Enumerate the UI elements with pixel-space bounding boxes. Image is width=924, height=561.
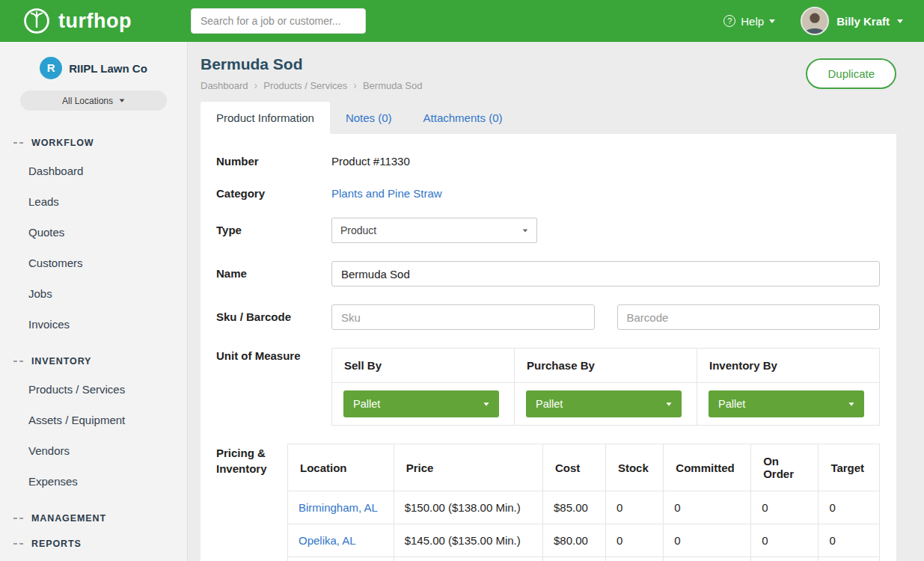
breadcrumb-current: Bermuda Sod (363, 80, 423, 91)
pricing-column-target: Target (819, 444, 880, 491)
committed-cell: 0 (664, 524, 751, 557)
chevron-down-icon (897, 19, 903, 23)
unit-of-measure-row: Unit of Measure Sell By Purchase By Inve… (216, 348, 880, 426)
breadcrumb: Dashboard › Products / Services › Bermud… (201, 79, 422, 91)
search-input[interactable] (191, 8, 366, 34)
uom-column-inventory-by: Inventory By (697, 349, 880, 383)
stock-cell: 0 (605, 491, 663, 524)
section-label: INVENTORY (31, 356, 91, 367)
unit-of-measure-label: Unit of Measure (216, 348, 331, 362)
sidebar-item-leads[interactable]: Leads (0, 186, 187, 217)
sidebar-nav: WORKFLOW Dashboard Leads Quotes Customer… (0, 130, 187, 557)
pricing-inventory-table: Location Price Cost Stock Committed On O… (287, 444, 880, 561)
purchase-by-dropdown[interactable]: Pallet (526, 390, 682, 417)
section-label: MANAGEMENT (31, 513, 106, 524)
number-label: Number (216, 153, 331, 168)
section-label: WORKFLOW (31, 138, 94, 148)
locations-label: All Locations (62, 96, 113, 106)
category-label: Category (216, 186, 331, 200)
barcode-input[interactable] (617, 304, 881, 330)
sidebar-item-quotes[interactable]: Quotes (0, 217, 187, 248)
target-cell: 0 (819, 491, 880, 524)
sidebar-item-jobs[interactable]: Jobs (0, 278, 187, 309)
on-order-cell: 0 (751, 491, 819, 524)
breadcrumb-dashboard[interactable]: Dashboard (201, 80, 248, 91)
tab-notes[interactable]: Notes (0) (330, 102, 408, 134)
uom-column-purchase-by: Purchase By (515, 349, 697, 383)
price-cell: $150.00 ($138.00 Min.) (394, 491, 542, 524)
company-name: RIIPL Lawn Co (69, 62, 147, 75)
pricing-column-on-order: On Order (751, 444, 819, 491)
sku-barcode-row: Sku / Barcode (216, 304, 880, 330)
on-order-cell: 0 (751, 524, 819, 557)
chevron-down-icon (666, 402, 671, 406)
sidebar: R RIIPL Lawn Co All Locations WORKFLOW D… (0, 42, 188, 561)
pricing-inventory-label: Pricing & Inventory (216, 444, 287, 476)
brand[interactable]: turfhop (22, 7, 191, 35)
help-menu[interactable]: ? Help (723, 15, 775, 28)
name-input[interactable] (331, 261, 880, 286)
sell-by-dropdown[interactable]: Pallet (343, 390, 499, 417)
sidebar-item-assets-equipment[interactable]: Assets / Equipment (0, 405, 187, 435)
sidebar-item-dashboard[interactable]: Dashboard (0, 156, 187, 186)
sell-by-value: Pallet (353, 398, 380, 410)
inventory-by-dropdown[interactable]: Pallet (709, 390, 864, 417)
name-label: Name (216, 261, 331, 280)
turfhop-logo-icon (22, 7, 51, 35)
tab-product-information[interactable]: Product Information (201, 102, 330, 134)
section-dash-icon (13, 518, 23, 519)
help-icon: ? (723, 15, 735, 27)
pricing-row: Birmingham, AL $150.00 ($138.00 Min.) $8… (288, 491, 880, 524)
user-name: Billy Kraft (836, 15, 890, 28)
location-link[interactable]: Birmingham, AL (299, 501, 378, 514)
chevron-down-icon (523, 229, 527, 232)
sidebar-item-vendors[interactable]: Vendors (0, 435, 187, 466)
locations-dropdown[interactable]: All Locations (20, 91, 167, 111)
breadcrumb-products-services[interactable]: Products / Services (263, 80, 347, 91)
sku-input[interactable] (331, 304, 595, 330)
pricing-column-stock: Stock (605, 444, 663, 491)
type-row: Type Product (216, 218, 880, 243)
price-cell: $145.00 ($135.00 Min.) (394, 524, 542, 557)
category-row: Category Plants and Pine Straw (216, 186, 880, 200)
stock-cell: 0 (605, 524, 663, 557)
type-select[interactable]: Product (331, 218, 537, 243)
page-header: Bermuda Sod Dashboard › Products / Servi… (201, 55, 896, 91)
category-link[interactable]: Plants and Pine Straw (331, 186, 880, 200)
sidebar-section-inventory[interactable]: INVENTORY (0, 349, 187, 374)
chevron-right-icon: › (353, 79, 357, 91)
chevron-down-icon (120, 99, 125, 102)
uom-column-sell-by: Sell By (332, 349, 515, 383)
sidebar-item-products-services[interactable]: Products / Services (0, 374, 187, 405)
location-link[interactable]: Opelika, AL (299, 534, 356, 547)
product-information-panel: Number Product #11330 Category Plants an… (201, 134, 896, 561)
inventory-by-value: Pallet (718, 398, 745, 410)
sidebar-item-expenses[interactable]: Expenses (0, 466, 187, 497)
tab-attachments[interactable]: Attachments (0) (408, 102, 518, 134)
number-row: Number Product #11330 (216, 153, 880, 168)
help-label: Help (741, 15, 764, 28)
section-label: REPORTS (31, 539, 82, 549)
sidebar-item-customers[interactable]: Customers (0, 248, 187, 278)
pricing-column-location: Location (288, 444, 394, 491)
company: R RIIPL Lawn Co (0, 57, 187, 79)
main-content: Bermuda Sod Dashboard › Products / Servi… (188, 42, 924, 561)
sidebar-section-management[interactable]: MANAGEMENT (0, 506, 187, 531)
sidebar-item-invoices[interactable]: Invoices (0, 309, 187, 340)
type-select-value: Product (340, 224, 376, 236)
page-title: Bermuda Sod (201, 55, 422, 73)
chevron-down-icon (769, 19, 775, 23)
committed-cell: 0 (664, 491, 751, 524)
section-dash-icon (13, 543, 23, 545)
sku-barcode-label: Sku / Barcode (216, 304, 331, 323)
chevron-down-icon (483, 402, 489, 406)
sidebar-section-workflow[interactable]: WORKFLOW (0, 130, 187, 156)
user-menu[interactable]: Billy Kraft (801, 7, 903, 35)
section-dash-icon (13, 361, 23, 362)
chevron-down-icon (848, 402, 854, 406)
brand-name: turfhop (58, 10, 132, 33)
target-cell: 0 (819, 524, 880, 557)
sidebar-section-reports[interactable]: REPORTS (0, 531, 187, 557)
duplicate-button[interactable]: Duplicate (806, 58, 896, 89)
pricing-column-cost: Cost (542, 444, 605, 491)
